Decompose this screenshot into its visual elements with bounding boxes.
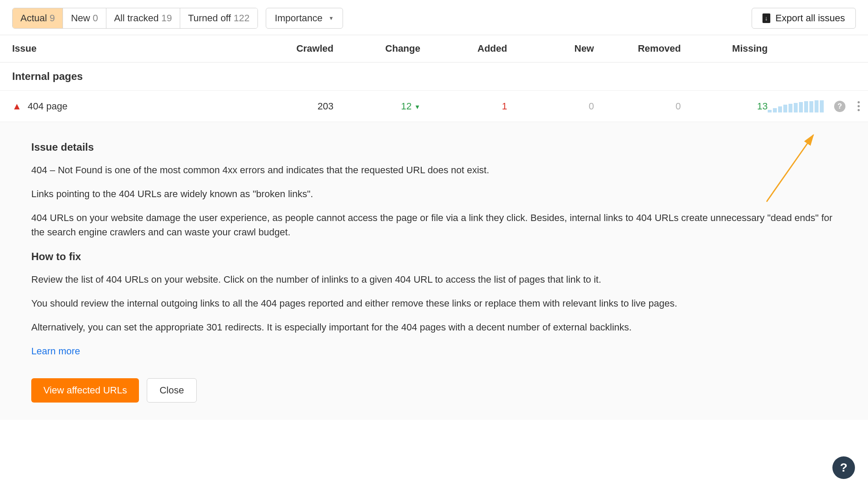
tab-actual-label: Actual	[20, 13, 47, 24]
col-issue: Issue	[12, 43, 247, 54]
how-to-fix-p1: Review the list of 404 URLs on your webs…	[31, 272, 837, 287]
how-to-fix-title: How to fix	[31, 249, 837, 264]
learn-more-link[interactable]: Learn more	[31, 346, 80, 357]
importance-dropdown[interactable]: Importance ▼	[266, 8, 343, 29]
issue-details-p3: 404 URLs on your website damage the user…	[31, 211, 837, 239]
issue-details-title: Issue details	[31, 139, 837, 155]
error-icon: ▲	[12, 101, 22, 112]
cell-new: 0	[507, 101, 594, 112]
issue-row-404-page[interactable]: ▲ 404 page 203 12 ▼ 1 0 0 13 ?	[0, 91, 868, 122]
cell-added: 1	[420, 101, 507, 112]
chevron-down-icon: ▼	[329, 15, 334, 21]
table-header: Issue Crawled Change Added New Removed M…	[0, 35, 868, 63]
row-menu-button[interactable]	[856, 99, 861, 113]
how-to-fix-p2: You should review the internal outgoing …	[31, 296, 837, 310]
col-removed: Removed	[594, 43, 681, 54]
tab-new-label: New	[71, 13, 90, 24]
col-missing: Missing	[681, 43, 768, 54]
download-icon	[762, 13, 770, 23]
export-label: Export all issues	[776, 13, 845, 24]
issue-details-p2: Links pointing to the 404 URLs are widel…	[31, 187, 837, 201]
issue-name: 404 page	[28, 101, 68, 112]
cell-change: 12 ▼	[333, 101, 420, 112]
cell-crawled: 203	[247, 101, 333, 112]
tab-new[interactable]: New 0	[63, 8, 106, 28]
trend-sparkline	[768, 100, 824, 112]
cell-removed: 0	[594, 101, 681, 112]
issue-details-p1: 404 – Not Found is one of the most commo…	[31, 163, 837, 177]
close-button[interactable]: Close	[147, 378, 196, 403]
view-affected-urls-button[interactable]: View affected URLs	[31, 378, 139, 403]
cell-missing: 13	[681, 101, 768, 112]
tab-actual[interactable]: Actual 9	[13, 8, 63, 28]
tab-turned-off-label: Turned off	[188, 13, 231, 24]
tab-turned-off[interactable]: Turned off 122	[180, 8, 257, 28]
tab-all-tracked-count: 19	[161, 13, 172, 24]
col-added: Added	[420, 43, 507, 54]
global-help-button[interactable]: ?	[832, 456, 855, 479]
tab-actual-count: 9	[50, 13, 55, 24]
how-to-fix-p3: Alternatively, you can set the appropria…	[31, 320, 837, 334]
importance-label: Importance	[275, 13, 323, 24]
status-tabs: Actual 9 New 0 All tracked 19 Turned off…	[12, 8, 258, 29]
section-internal-pages: Internal pages	[0, 63, 868, 91]
help-icon[interactable]: ?	[834, 101, 845, 112]
tab-all-tracked[interactable]: All tracked 19	[106, 8, 180, 28]
tab-all-tracked-label: All tracked	[114, 13, 159, 24]
export-all-issues-button[interactable]: Export all issues	[752, 8, 856, 29]
tab-turned-off-count: 122	[234, 13, 250, 24]
col-new: New	[507, 43, 594, 54]
col-crawled: Crawled	[247, 43, 333, 54]
top-filter-bar: Actual 9 New 0 All tracked 19 Turned off…	[0, 0, 868, 35]
tab-new-count: 0	[92, 13, 98, 24]
down-triangle-icon: ▼	[414, 103, 420, 110]
col-change: Change	[333, 43, 420, 54]
issue-details-panel: Issue details 404 – Not Found is one of …	[0, 122, 868, 420]
